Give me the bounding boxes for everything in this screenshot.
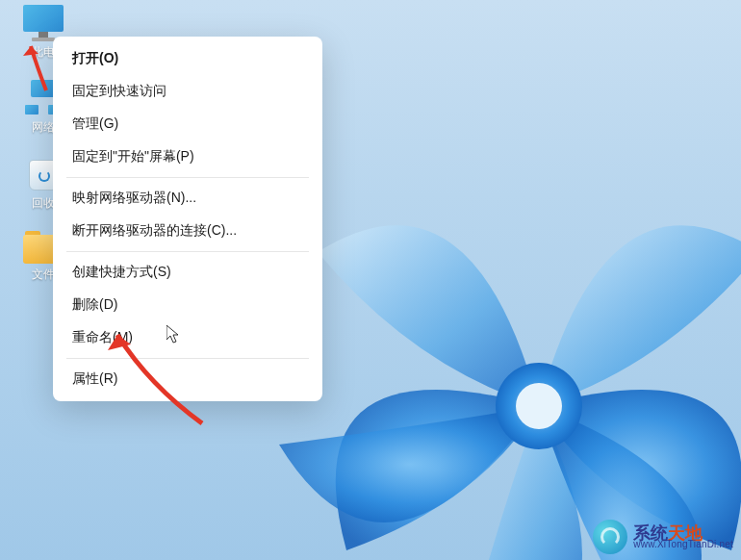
watermark-globe-icon (593, 520, 627, 554)
menu-separator (66, 177, 309, 178)
menu-item-disconnect-network-drive[interactable]: 断开网络驱动器的连接(C)... (59, 215, 317, 247)
menu-item-open[interactable]: 打开(O) (59, 42, 317, 75)
menu-separator (66, 251, 309, 252)
menu-item-create-shortcut[interactable]: 创建快捷方式(S) (59, 256, 317, 289)
menu-item-manage[interactable]: 管理(G) (59, 108, 317, 140)
icon-label: 此电 (32, 45, 55, 59)
menu-item-properties[interactable]: 属性(R) (59, 363, 317, 395)
watermark-url: www.XiTongTianDi.net (633, 540, 733, 549)
menu-separator (66, 358, 309, 359)
monitor-icon (23, 5, 64, 41)
context-menu: 打开(O) 固定到快速访问 管理(G) 固定到"开始"屏幕(P) 映射网络驱动器… (53, 37, 322, 401)
svg-point-0 (496, 363, 582, 449)
watermark: 系统天地 www.XiTongTianDi.net (593, 520, 733, 554)
svg-point-1 (516, 383, 562, 429)
icon-label: 回收 (32, 196, 55, 210)
menu-item-pin-quick-access[interactable]: 固定到快速访问 (59, 75, 317, 108)
menu-item-map-network-drive[interactable]: 映射网络驱动器(N)... (59, 182, 317, 215)
menu-item-pin-start[interactable]: 固定到"开始"屏幕(P) (59, 140, 317, 173)
icon-label: 文件 (32, 267, 55, 281)
menu-item-delete[interactable]: 删除(D) (59, 289, 317, 321)
menu-item-rename[interactable]: 重命名(M) (59, 321, 317, 354)
icon-label: 网络 (32, 120, 55, 134)
